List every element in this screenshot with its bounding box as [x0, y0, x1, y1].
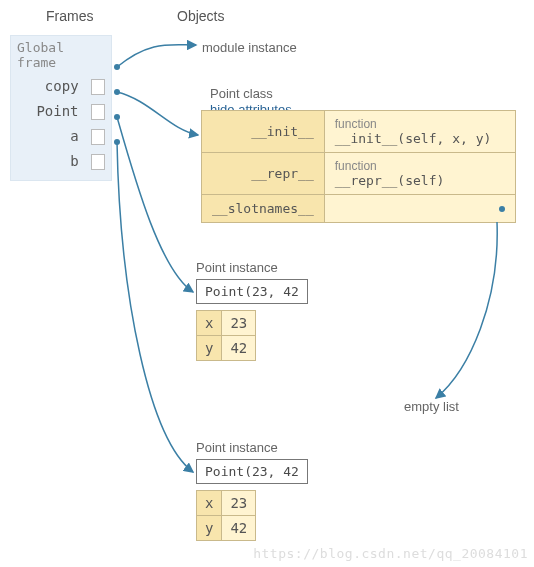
frame-var-slot [91, 154, 105, 170]
attr-val: 23 [222, 491, 256, 516]
class-attr-name: __repr__ [202, 153, 325, 195]
frame-var-slot [91, 104, 105, 120]
arrow-point-to-class [117, 92, 198, 135]
point-instance-b: Point instance Point(23, 42 x 23 y 42 [196, 440, 308, 541]
attr-val: 23 [222, 311, 256, 336]
function-signature: __repr__(self) [335, 173, 505, 188]
frame-var-label: b [70, 153, 78, 169]
point-class-table: __init__ function __init__(self, x, y) _… [201, 110, 516, 223]
attr-row: x 23 [197, 311, 256, 336]
frame-var-label: copy [45, 78, 79, 94]
frame-var-a: a [11, 124, 111, 149]
global-frame-title: Global frame [11, 36, 111, 74]
class-row-slotnames: __slotnames__ [202, 195, 516, 223]
instance-attrs-table: x 23 y 42 [196, 310, 256, 361]
pointer-dot-icon [114, 64, 120, 70]
attr-key: y [197, 516, 222, 541]
attr-val: 42 [222, 336, 256, 361]
frame-var-copy: copy [11, 74, 111, 99]
empty-list-label: empty list [404, 399, 459, 414]
frames-header: Frames [46, 8, 93, 24]
frame-var-slot [91, 79, 105, 95]
point-class-label: Point class [210, 86, 273, 101]
attr-row: x 23 [197, 491, 256, 516]
pointer-dot-icon [114, 114, 120, 120]
attr-key: x [197, 491, 222, 516]
point-instance-a: Point instance Point(23, 42 x 23 y 42 [196, 260, 308, 361]
function-label: function [335, 159, 505, 173]
attr-key: y [197, 336, 222, 361]
pointer-dot-icon [114, 139, 120, 145]
attr-val: 42 [222, 516, 256, 541]
class-attr-name: __init__ [202, 111, 325, 153]
attr-row: y 42 [197, 336, 256, 361]
module-instance-label: module instance [202, 40, 297, 55]
arrow-copy-to-module [117, 45, 196, 67]
class-attr-name: __slotnames__ [202, 195, 325, 223]
arrow-slotnames-to-emptylist [436, 222, 497, 398]
watermark: https://blog.csdn.net/qq_20084101 [253, 546, 528, 561]
instance-repr: Point(23, 42 [196, 459, 308, 484]
attr-row: y 42 [197, 516, 256, 541]
frame-var-label: Point [36, 103, 78, 119]
class-attr-value: function __repr__(self) [324, 153, 515, 195]
function-signature: __init__(self, x, y) [335, 131, 505, 146]
frame-var-label: a [70, 128, 78, 144]
class-row-repr: __repr__ function __repr__(self) [202, 153, 516, 195]
pointer-dot-icon [114, 89, 120, 95]
instance-label: Point instance [196, 440, 308, 455]
instance-label: Point instance [196, 260, 308, 275]
instance-attrs-table: x 23 y 42 [196, 490, 256, 541]
class-attr-value: function __init__(self, x, y) [324, 111, 515, 153]
frame-var-slot [91, 129, 105, 145]
frame-var-point: Point [11, 99, 111, 124]
frame-var-b: b [11, 149, 111, 174]
arrow-a-to-instance [117, 117, 193, 292]
pointer-dot-icon [499, 206, 505, 212]
global-frame: Global frame copy Point a b [10, 35, 112, 181]
arrow-b-to-instance [117, 142, 193, 472]
class-row-init: __init__ function __init__(self, x, y) [202, 111, 516, 153]
class-attr-value [324, 195, 515, 223]
function-label: function [335, 117, 505, 131]
attr-key: x [197, 311, 222, 336]
objects-header: Objects [177, 8, 224, 24]
instance-repr: Point(23, 42 [196, 279, 308, 304]
